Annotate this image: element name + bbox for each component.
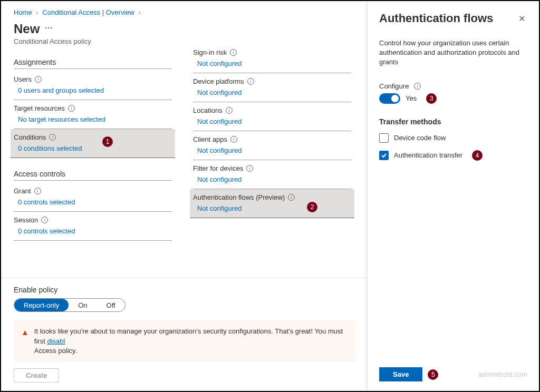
more-actions-icon[interactable]: ··· bbox=[45, 24, 53, 32]
panel-title: Authentication flows bbox=[379, 12, 493, 25]
enable-policy-toggle[interactable]: Report-only On Off bbox=[14, 298, 126, 312]
info-icon[interactable]: i bbox=[414, 83, 421, 90]
filter-label: Filter for devices bbox=[193, 164, 243, 172]
device-code-label: Device code flow bbox=[394, 134, 446, 142]
pill-on[interactable]: On bbox=[69, 299, 97, 311]
breadcrumb: Home › Conditional Access | Overview › bbox=[14, 8, 355, 16]
condition-signin-risk[interactable]: Sign-in riski Not configured bbox=[193, 44, 351, 73]
checkbox-checked-icon[interactable] bbox=[379, 151, 389, 160]
info-icon[interactable]: i bbox=[230, 49, 237, 56]
warning-text: It looks like you're about to manage you… bbox=[34, 327, 343, 345]
clientapps-label: Client apps bbox=[193, 135, 227, 143]
condition-client-apps[interactable]: Client appsi Not configured bbox=[193, 131, 351, 160]
warning-banner: ▲ It looks like you're about to manage y… bbox=[14, 320, 355, 362]
chevron-right-icon: › bbox=[36, 8, 38, 16]
callout-4: 4 bbox=[472, 150, 483, 161]
page-title: New ··· bbox=[14, 22, 355, 36]
panel-description: Control how your organization uses certa… bbox=[379, 38, 527, 67]
transfer-methods-heading: Transfer methods bbox=[379, 117, 527, 126]
callout-2: 2 bbox=[307, 202, 317, 212]
condition-device-platforms[interactable]: Device platformsi Not configured bbox=[193, 73, 351, 102]
warning-icon: ▲ bbox=[21, 327, 29, 356]
assignment-users[interactable]: Usersi 0 users and groups selected bbox=[14, 71, 172, 100]
filter-value[interactable]: Not configured bbox=[193, 175, 351, 183]
session-value[interactable]: 0 controls selected bbox=[14, 227, 172, 235]
signin-label: Sign-in risk bbox=[193, 48, 227, 56]
configure-toggle-state: Yes bbox=[406, 94, 417, 102]
checkbox-icon[interactable] bbox=[379, 133, 389, 143]
control-grant[interactable]: Granti 0 controls selected bbox=[14, 183, 172, 212]
breadcrumb-home[interactable]: Home bbox=[14, 8, 32, 16]
enable-policy-label: Enable policy bbox=[14, 286, 355, 294]
assignment-conditions[interactable]: Conditionsi 0 conditions selected 1 bbox=[11, 129, 175, 158]
page-title-text: New bbox=[14, 22, 40, 36]
users-value[interactable]: 0 users and groups selected bbox=[14, 86, 172, 94]
breadcrumb-conditional-access[interactable]: Conditional Access | Overview bbox=[42, 8, 134, 16]
section-assignments: Assignments bbox=[14, 58, 172, 69]
signin-value[interactable]: Not configured bbox=[193, 60, 351, 67]
target-value[interactable]: No target resources selected bbox=[14, 115, 172, 123]
device-value[interactable]: Not configured bbox=[193, 89, 351, 96]
info-icon[interactable]: i bbox=[230, 136, 237, 143]
auth-flows-panel: Authentication flows ✕ Control how your … bbox=[367, 1, 539, 391]
warning-text-b: Access policy. bbox=[34, 347, 77, 355]
condition-auth-flows[interactable]: Authentication flows (Preview)i Not conf… bbox=[190, 189, 354, 218]
clientapps-value[interactable]: Not configured bbox=[193, 146, 351, 154]
callout-5: 5 bbox=[428, 369, 438, 380]
chevron-right-icon: › bbox=[139, 8, 141, 16]
callout-1: 1 bbox=[102, 136, 113, 147]
info-icon[interactable]: i bbox=[68, 105, 75, 112]
users-label: Users bbox=[14, 75, 32, 83]
locations-value[interactable]: Not configured bbox=[193, 117, 351, 125]
configure-label: Configure bbox=[379, 82, 409, 90]
close-icon[interactable]: ✕ bbox=[516, 12, 527, 26]
pill-report-only[interactable]: Report-only bbox=[14, 299, 69, 311]
info-icon[interactable]: i bbox=[41, 217, 48, 223]
auth-transfer-label: Authentication transfer bbox=[394, 151, 462, 159]
conditions-value[interactable]: 0 conditions selected bbox=[14, 144, 172, 152]
callout-3: 3 bbox=[426, 93, 437, 104]
info-icon[interactable]: i bbox=[246, 165, 253, 172]
authflows-value[interactable]: Not configured bbox=[193, 204, 351, 212]
condition-filter-devices[interactable]: Filter for devicesi Not configured bbox=[193, 160, 351, 189]
locations-label: Locations bbox=[193, 106, 223, 114]
info-icon[interactable]: i bbox=[34, 188, 41, 194]
conditions-label: Conditions bbox=[14, 133, 46, 141]
info-icon[interactable]: i bbox=[35, 76, 42, 83]
create-button: Create bbox=[14, 368, 59, 383]
device-label: Device platforms bbox=[193, 77, 244, 85]
pill-off[interactable]: Off bbox=[97, 299, 125, 311]
checkbox-device-code-flow[interactable]: Device code flow bbox=[379, 133, 527, 143]
grant-label: Grant bbox=[14, 187, 31, 195]
warning-link[interactable]: disabl bbox=[47, 337, 65, 345]
authflows-label: Authentication flows (Preview) bbox=[193, 193, 285, 201]
session-label: Session bbox=[14, 216, 38, 224]
info-icon[interactable]: i bbox=[247, 78, 254, 85]
info-icon[interactable]: i bbox=[49, 134, 56, 141]
info-icon[interactable]: i bbox=[288, 194, 295, 201]
checkbox-auth-transfer[interactable]: Authentication transfer 4 bbox=[379, 150, 527, 161]
configure-toggle[interactable] bbox=[379, 93, 400, 104]
assignment-target-resources[interactable]: Target resourcesi No target resources se… bbox=[14, 100, 172, 129]
target-label: Target resources bbox=[14, 104, 65, 112]
section-access-controls: Access controls bbox=[14, 170, 172, 181]
control-session[interactable]: Sessioni 0 controls selected bbox=[14, 212, 172, 241]
grant-value[interactable]: 0 controls selected bbox=[14, 198, 172, 206]
watermark: admindroid.com bbox=[479, 371, 527, 378]
info-icon[interactable]: i bbox=[226, 107, 233, 114]
save-button[interactable]: Save bbox=[379, 367, 422, 381]
condition-locations[interactable]: Locationsi Not configured bbox=[193, 102, 351, 131]
